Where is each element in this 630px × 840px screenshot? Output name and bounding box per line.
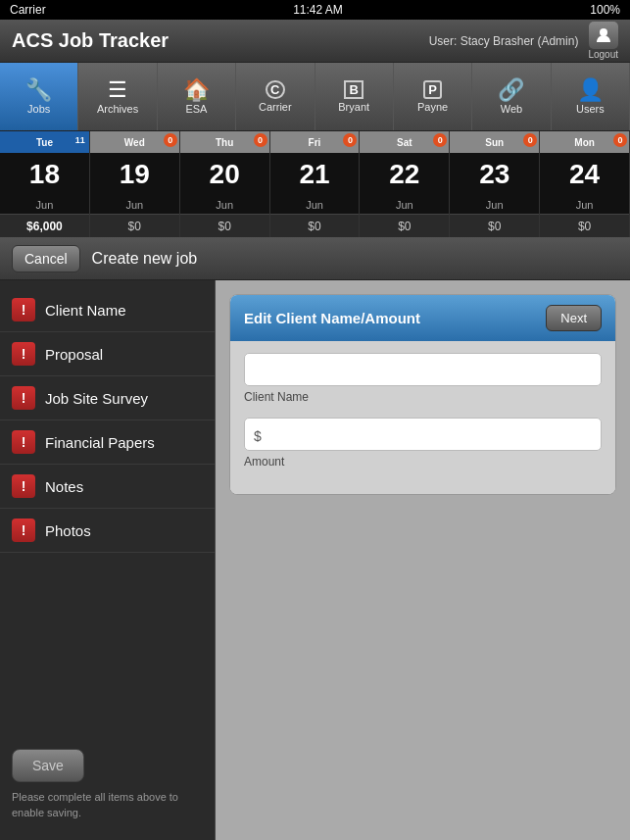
time-label: 11:42 AM xyxy=(293,3,343,17)
status-right: 100% xyxy=(590,3,620,17)
calendar-day-21[interactable]: Fri 0 21 Jun $0 xyxy=(270,131,361,237)
amount-prefix-label: $ xyxy=(254,428,262,444)
nav-item-web[interactable]: 🔗 Web xyxy=(472,63,551,130)
web-icon: 🔗 xyxy=(498,79,524,101)
exclamation-icon-photos: ! xyxy=(12,519,35,542)
client-name-label: Client Name xyxy=(244,390,602,404)
edit-card-title: Edit Client Name/Amount xyxy=(244,310,420,326)
app-title: ACS Job Tracker xyxy=(12,29,169,52)
exclamation-icon-proposal: ! xyxy=(12,342,35,366)
users-icon: 👤 xyxy=(577,79,604,101)
sidebar-item-job-site-survey[interactable]: ! Job Site Survey xyxy=(0,376,215,420)
bryant-icon: B xyxy=(344,80,363,99)
calendar-day-23[interactable]: Sun 0 23 Jun $0 xyxy=(450,131,540,237)
amount-wrapper: $ xyxy=(244,418,602,455)
calendar-day-24[interactable]: Mon 0 24 Jun $0 xyxy=(540,131,630,237)
nav-item-jobs[interactable]: 🔧 Jobs xyxy=(0,63,78,130)
sidebar-item-client-name[interactable]: ! Client Name xyxy=(0,288,215,332)
carrier-label: Carrier xyxy=(10,3,46,17)
toolbar-title: Create new job xyxy=(92,250,198,268)
right-panel: Edit Client Name/Amount Next Client Name… xyxy=(216,280,630,840)
nav-item-esa[interactable]: 🏠 ESA xyxy=(158,63,236,130)
archives-icon: ☰ xyxy=(108,79,127,101)
sidebar: ! Client Name ! Proposal ! Job Site Surv… xyxy=(0,280,216,840)
calendar-day-18[interactable]: Tue 11 18 Jun $6,000 xyxy=(0,131,90,237)
nav-label-web: Web xyxy=(501,103,522,115)
nav-item-users[interactable]: 👤 Users xyxy=(552,63,630,130)
nav-bar: 🔧 Jobs ☰ Archives 🏠 ESA C Carrier B Brya… xyxy=(0,63,630,131)
main-content: ! Client Name ! Proposal ! Job Site Surv… xyxy=(0,280,630,840)
save-button[interactable]: Save xyxy=(12,749,84,782)
sidebar-label-notes: Notes xyxy=(45,478,83,495)
next-button[interactable]: Next xyxy=(546,305,602,331)
nav-label-payne: Payne xyxy=(417,101,448,113)
logout-button[interactable]: Logout xyxy=(588,22,618,60)
battery-label: 100% xyxy=(590,3,620,17)
exclamation-icon-financial-papers: ! xyxy=(12,430,35,454)
exclamation-icon-notes: ! xyxy=(12,474,35,498)
logout-icon xyxy=(589,22,618,49)
nav-item-payne[interactable]: P Payne xyxy=(394,63,472,130)
amount-label: Amount xyxy=(244,455,602,469)
edit-card-body: Client Name $ Amount xyxy=(230,341,615,494)
nav-label-archives: Archives xyxy=(97,103,138,115)
logout-label: Logout xyxy=(588,49,618,60)
calendar-day-19[interactable]: Wed 0 19 Jun $0 xyxy=(90,131,180,237)
edit-card: Edit Client Name/Amount Next Client Name… xyxy=(229,294,616,495)
sidebar-item-notes[interactable]: ! Notes xyxy=(0,465,215,509)
client-name-field: Client Name xyxy=(244,353,602,404)
cancel-button[interactable]: Cancel xyxy=(12,245,80,272)
nav-item-carrier[interactable]: C Carrier xyxy=(236,63,315,130)
save-hint: Please complete all items above to enabl… xyxy=(12,790,203,820)
user-info: User: Stacy Brasher (Admin) xyxy=(429,34,579,48)
calendar-row: Tue 11 18 Jun $6,000 Wed 0 19 Jun $0 Thu… xyxy=(0,131,630,237)
amount-input[interactable] xyxy=(244,418,602,451)
payne-icon: P xyxy=(423,80,442,99)
exclamation-icon-client-name: ! xyxy=(12,298,35,321)
esa-icon: 🏠 xyxy=(183,79,210,101)
toolbar: Cancel Create new job xyxy=(0,237,630,280)
sidebar-label-photos: Photos xyxy=(45,522,91,539)
svg-point-0 xyxy=(600,28,607,36)
exclamation-icon-job-site-survey: ! xyxy=(12,386,35,410)
nav-item-archives[interactable]: ☰ Archives xyxy=(78,63,157,130)
amount-field: $ Amount xyxy=(244,418,602,469)
nav-label-carrier: Carrier xyxy=(259,101,292,113)
calendar-day-20[interactable]: Thu 0 20 Jun $0 xyxy=(180,131,270,237)
sidebar-item-proposal[interactable]: ! Proposal xyxy=(0,332,215,376)
sidebar-item-photos[interactable]: ! Photos xyxy=(0,509,215,553)
app-header: ACS Job Tracker User: Stacy Brasher (Adm… xyxy=(0,20,630,63)
nav-item-bryant[interactable]: B Bryant xyxy=(315,63,394,130)
nav-label-bryant: Bryant xyxy=(338,101,369,113)
edit-card-header: Edit Client Name/Amount Next xyxy=(230,295,615,341)
nav-label-esa: ESA xyxy=(185,103,207,115)
nav-label-jobs: Jobs xyxy=(27,103,50,115)
sidebar-label-job-site-survey: Job Site Survey xyxy=(45,390,148,407)
header-right: User: Stacy Brasher (Admin) Logout xyxy=(429,22,618,60)
sidebar-label-financial-papers: Financial Papers xyxy=(45,434,155,451)
client-name-input[interactable] xyxy=(244,353,602,386)
sidebar-label-proposal: Proposal xyxy=(45,346,103,363)
sidebar-label-client-name: Client Name xyxy=(45,302,126,319)
jobs-icon: 🔧 xyxy=(25,79,52,101)
nav-label-users: Users xyxy=(576,103,605,115)
sidebar-item-financial-papers[interactable]: ! Financial Papers xyxy=(0,420,215,465)
status-bar: Carrier 11:42 AM 100% xyxy=(0,0,630,20)
calendar-day-22[interactable]: Sat 0 22 Jun $0 xyxy=(360,131,450,237)
carrier-icon: C xyxy=(266,80,284,99)
